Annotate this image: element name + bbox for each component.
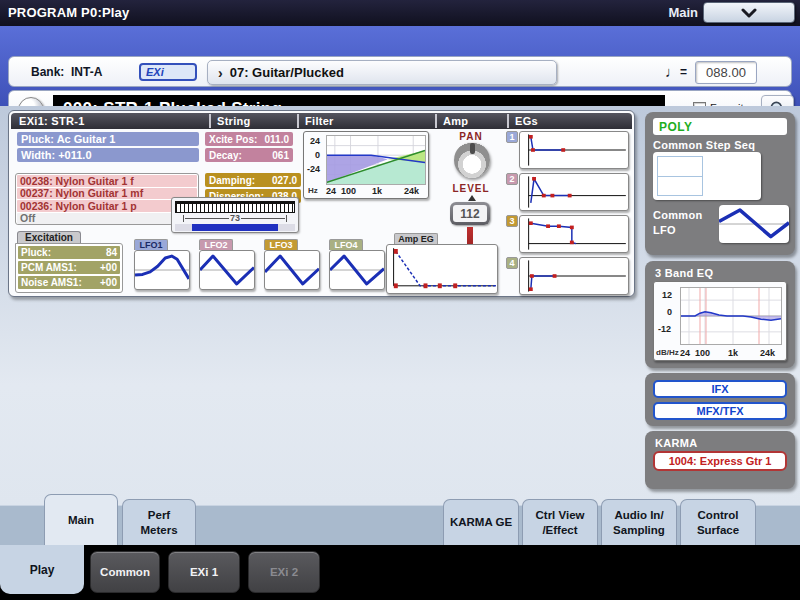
tab-label: Surface (697, 523, 739, 538)
common-lfo-wave (719, 210, 789, 237)
karma-panel: KARMA 1004: Express Gtr 1 (645, 431, 795, 489)
tab-audio-in-sampling[interactable]: Audio In/ Sampling (601, 499, 677, 545)
header-egs: EGs (515, 115, 538, 127)
common-step-seq-thumbnail[interactable] (653, 152, 761, 200)
header-divider (507, 114, 509, 128)
filter-ytick: 24 (310, 136, 320, 146)
tab-label: Sampling (613, 523, 665, 538)
lfo3-thumbnail[interactable] (264, 250, 320, 290)
width-text: Width: +011.0 (21, 149, 92, 161)
page-menu-dropdown[interactable] (703, 2, 795, 23)
filter-ytick: 0 (315, 150, 320, 160)
overview-panel: EXi1: STR-1 String Filter Amp EGs Pluck:… (8, 110, 635, 297)
header-divider (297, 114, 299, 128)
page-menu-label: Main (668, 5, 698, 20)
karma-ge-value[interactable]: 1004: Express Gtr 1 (653, 451, 787, 471)
amp-eg-curve (396, 251, 497, 285)
eq-graph[interactable]: 12 0 -12 dB/Hz 24 100 1k 24k (653, 281, 787, 361)
tab-ctrl-view-effect[interactable]: Ctrl View /Effect (522, 499, 598, 545)
level-pointer-icon (468, 195, 476, 201)
mfx-tfx-button[interactable]: MFX/TFX (653, 402, 787, 420)
eq-xtick: 1k (728, 348, 738, 358)
tab-label: Audio In/ (614, 508, 663, 523)
tab-exi-2: EXi 2 (248, 551, 320, 593)
filter-xtick: 1k (372, 186, 382, 196)
excitation-pluck-row[interactable]: Pluck: 84 (18, 246, 120, 259)
pluck-type-text: Pluck: Ac Guitar 1 (21, 133, 115, 145)
amp-eg-thumbnail[interactable] (386, 244, 498, 294)
lfo1-label: LFO1 (134, 239, 168, 250)
common-step-seq-label: Common Step Seq (653, 139, 755, 151)
header-exi1: EXi1: STR-1 (19, 115, 85, 127)
eg1-curve (531, 137, 563, 150)
keyboard-range-bar (192, 224, 278, 231)
filter-xtick: 100 (341, 186, 356, 196)
keyboard-range-widget[interactable]: 73 (171, 197, 299, 233)
param-label: Decay: (209, 150, 242, 161)
lfo3-label: LFO3 (264, 239, 298, 250)
eq-ytick: 0 (667, 307, 672, 317)
fx-panel: IFX MFX/TFX (645, 373, 795, 426)
tab-karma-ge[interactable]: KARMA GE (443, 499, 519, 545)
eg1-thumbnail[interactable] (519, 131, 629, 169)
tab-main[interactable]: Main (44, 494, 118, 545)
eq-plot (680, 287, 782, 345)
eq-xtick: 24k (760, 348, 775, 358)
quarter-note-icon: ♩ (665, 63, 680, 80)
bank-label: Bank: (31, 65, 64, 79)
pluck-type-row[interactable]: Pluck: Ac Guitar 1 (17, 132, 199, 146)
xcite-pos-row[interactable]: Xcite Pos: 011.0 (205, 132, 293, 146)
decay-row[interactable]: Decay: 061 (205, 148, 293, 162)
tab-play[interactable]: Play (0, 545, 84, 594)
kronos-program-play-screen: PROGRAM P0:Play Main Bank: INT-A EXi › 0… (0, 0, 800, 600)
exi-engine-badge: EXi (139, 63, 197, 81)
tab-label: KARMA GE (450, 515, 512, 530)
eg4-thumbnail[interactable] (519, 257, 629, 295)
sample-row-4: Off (17, 213, 197, 225)
eg3-number: 3 (506, 215, 518, 227)
tab-common[interactable]: Common (90, 551, 160, 593)
pan-knob[interactable] (454, 142, 490, 178)
sample-row-3: 00236: Nylon Guitar 1 p (17, 200, 197, 212)
eq-ytick: 12 (662, 290, 672, 300)
width-row[interactable]: Width: +011.0 (17, 148, 199, 162)
eg4-number: 4 (506, 257, 518, 269)
pan-label: PAN (441, 131, 501, 142)
bank-strip: Bank: INT-A EXi › 07: Guitar/Plucked ♩ =… (8, 56, 792, 87)
tempo-value-field[interactable]: 088.00 (695, 61, 757, 84)
category-select-button[interactable]: › 07: Guitar/Plucked (207, 60, 557, 85)
header-string: String (217, 115, 251, 127)
param-label: Xcite Pos: (209, 134, 257, 145)
header-frame: Bank: INT-A EXi › 07: Guitar/Plucked ♩ =… (0, 26, 800, 106)
excitation-noise-row[interactable]: Noise AMS1: +00 (18, 276, 120, 289)
tab-control-surface[interactable]: Control Surface (680, 499, 756, 545)
eg3-thumbnail[interactable] (519, 215, 629, 253)
lfo4-thumbnail[interactable] (329, 250, 385, 290)
tab-label: Meters (140, 523, 177, 538)
filter-graph: 24 0 -24 Hz 24 100 1k 24k (303, 131, 429, 199)
ifx-button[interactable]: IFX (653, 380, 787, 398)
lfo4-label: LFO4 (329, 239, 363, 250)
filter-xtick: 24 (326, 186, 336, 196)
level-value-box[interactable]: 112 (450, 202, 490, 225)
bank-value[interactable]: INT-A (71, 65, 102, 79)
tempo-equals: = (680, 65, 687, 79)
excitation-row-value: +00 (100, 262, 117, 273)
sample-row-1: 00238: Nylon Guitar 1 f (17, 175, 197, 187)
common-lfo-thumbnail[interactable] (719, 205, 789, 243)
eg1-number: 1 (506, 131, 518, 143)
param-value: 061 (272, 150, 289, 161)
eg2-thumbnail[interactable] (519, 173, 629, 211)
tab-exi-1[interactable]: EXi 1 (168, 551, 240, 593)
excitation-pcm-row[interactable]: PCM AMS1: +00 (18, 261, 120, 274)
sample-row-text: 00237: Nylon Guitar 1 mf (20, 187, 143, 199)
excitation-row-label: Noise AMS1: (21, 277, 82, 288)
sample-row-text: 00236: Nylon Guitar 1 p (20, 200, 137, 212)
tab-perf-meters[interactable]: Perf Meters (122, 499, 196, 545)
excitation-row-label: Pluck: (21, 247, 51, 258)
lfo2-thumbnail[interactable] (199, 250, 255, 290)
damping-row[interactable]: Damping: 027.0 (205, 173, 301, 187)
tab-label: Ctrl View (536, 508, 585, 523)
lfo1-thumbnail[interactable] (134, 250, 190, 290)
eg3-curve (531, 223, 576, 243)
